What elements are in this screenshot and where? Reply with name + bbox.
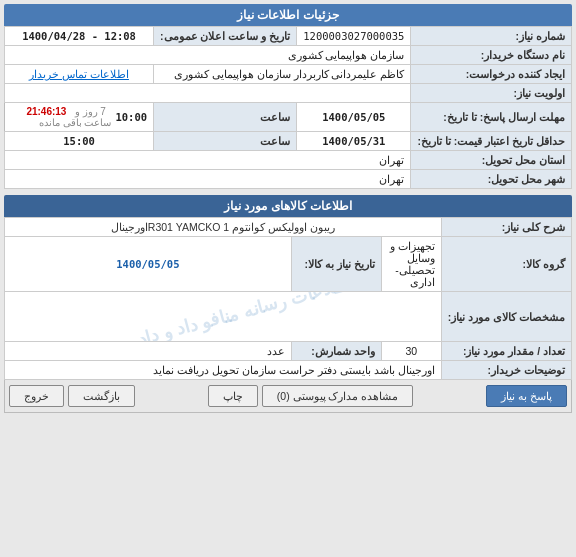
remaining-suffix: ساعت باقی مانده bbox=[39, 117, 112, 128]
main-container: جزئیات اطلاعات نیاز شماره نیاز: 12000030… bbox=[0, 0, 576, 417]
middle-buttons: مشاهده مدارک پیوستی (0) چاپ bbox=[208, 385, 414, 407]
table-row: استان محل تحویل: تهران bbox=[5, 151, 572, 170]
value-tarikh-elan: 1400/04/28 - 12:08 bbox=[5, 27, 154, 46]
back-button[interactable]: بازگشت bbox=[68, 385, 135, 407]
table-row: شرح کلی نیاز: ریبون اوولیکس کوانتوم R301… bbox=[5, 218, 572, 237]
value-ostan: تهران bbox=[5, 151, 411, 170]
table-row: تعداد / مقدار مورد نیاز: 30 واحد شمارش: … bbox=[5, 342, 572, 361]
table-row: نام دستگاه خریدار: سازمان هواپیمایی کشور… bbox=[5, 46, 572, 65]
remaining-time: 21:46:13 bbox=[26, 106, 66, 117]
label-moshakhasat: مشخصات کالای مورد نیاز: bbox=[441, 292, 571, 342]
label-sharh-koli: شرح کلی نیاز: bbox=[441, 218, 571, 237]
main-title: جزئیات اطلاعات نیاز bbox=[237, 8, 339, 22]
label-vahed: واحد شمارش: bbox=[291, 342, 381, 361]
days-value: 7 bbox=[100, 106, 106, 117]
table-row: گروه کالا: تجهیزات و وسایل تحصیلی-اداری … bbox=[5, 237, 572, 292]
value-shahr: تهران bbox=[5, 170, 411, 189]
table-row: حداقل تاریخ اعتبار قیمت: تا تاریخ: 1400/… bbox=[5, 132, 572, 151]
value-vahed: عدد bbox=[5, 342, 292, 361]
value-shenavar-niyaz: 1200003027000035 bbox=[297, 27, 411, 46]
table-row: شهر محل تحویل: تهران bbox=[5, 170, 572, 189]
value-goroh-kala: تجهیزات و وسایل تحصیلی-اداری bbox=[381, 237, 441, 292]
product-section-title: اطلاعات کالاهای مورد نیاز bbox=[224, 199, 352, 213]
value-mohlat-time: 10:00 bbox=[115, 111, 147, 123]
label-tedad: تعداد / مقدار مورد نیاز: bbox=[441, 342, 571, 361]
label-shenavar-niyaz: شماره نیاز: bbox=[411, 27, 572, 46]
value-sharh-koli: ریبون اوولیکس کوانتوم R301 YAMCKO 1اورجی… bbox=[5, 218, 442, 237]
watermark-cell: مرکز فناوری اطلاعات رسانه منافو داد و دا… bbox=[5, 292, 442, 342]
table-row: ایجاد کننده درخواست: کاظم علیمردانی کارب… bbox=[5, 65, 572, 84]
value-tozih: اورجینال باشد بایستی دفتر حراست سازمان ت… bbox=[5, 361, 442, 380]
view-docs-button[interactable]: مشاهده مدارک پیوستی (0) bbox=[262, 385, 414, 407]
table-row: توضیحات خریدار: اورجینال باشد بایستی دفت… bbox=[5, 361, 572, 380]
right-buttons: پاسخ به نیاز bbox=[486, 385, 567, 407]
deadline-days-label: 7 روز و 21:46:13 ساعت باقی مانده bbox=[11, 106, 111, 128]
label-ijad-konande: ایجاد کننده درخواست: bbox=[411, 65, 572, 84]
table-row: شماره نیاز: 1200003027000035 تاریخ و ساع… bbox=[5, 27, 572, 46]
watermark-text: مرکز فناوری اطلاعات رسانه منافو داد و دا… bbox=[5, 292, 442, 342]
label-nam-dastgah: نام دستگاه خریدار: bbox=[411, 46, 572, 65]
exit-button[interactable]: خروج bbox=[9, 385, 64, 407]
label-tarikh-elan: تاریخ و ساعت اعلان عمومی: bbox=[154, 27, 297, 46]
label-hedaqal-tarikh: حداقل تاریخ اعتبار قیمت: تا تاریخ: bbox=[411, 132, 572, 151]
label-saaat2: ساعت bbox=[154, 132, 297, 151]
label-ostan: استان محل تحویل: bbox=[411, 151, 572, 170]
days-label: روز و bbox=[75, 106, 98, 117]
label-tarikh-niyaz: تاریخ نیاز به کالا: bbox=[291, 237, 381, 292]
action-row: پاسخ به نیاز مشاهده مدارک پیوستی (0) چاپ… bbox=[4, 380, 572, 413]
left-buttons: بازگشت خروج bbox=[9, 385, 135, 407]
value-tarikh-niyaz: 1400/05/05 bbox=[5, 237, 292, 292]
value-hedaqal-time: 15:00 bbox=[5, 132, 154, 151]
label-tozih: توضیحات خریدار: bbox=[441, 361, 571, 380]
table-row: مشخصات کالای مورد نیاز: مرکز فناوری اطلا… bbox=[5, 292, 572, 342]
value-ijad-konande: کاظم علیمردانی کاربردار سازمان هواپیمایی… bbox=[154, 65, 411, 84]
value-mohlat-date: 1400/05/05 bbox=[297, 103, 411, 132]
table-row: مهلت ارسال پاسخ: تا تاریخ: 1400/05/05 سا… bbox=[5, 103, 572, 132]
label-goroh-kala: گروه کالا: bbox=[441, 237, 571, 292]
product-section-header: اطلاعات کالاهای مورد نیاز bbox=[4, 195, 572, 217]
value-olaviyyat bbox=[5, 84, 411, 103]
print-button[interactable]: چاپ bbox=[208, 385, 258, 407]
info-table: شماره نیاز: 1200003027000035 تاریخ و ساع… bbox=[4, 26, 572, 189]
main-section-header: جزئیات اطلاعات نیاز bbox=[4, 4, 572, 26]
product-table: شرح کلی نیاز: ریبون اوولیکس کوانتوم R301… bbox=[4, 217, 572, 380]
table-row: اولویت نیاز: bbox=[5, 84, 572, 103]
label-olaviyyat: اولویت نیاز: bbox=[411, 84, 572, 103]
label-saaat: ساعت bbox=[154, 103, 297, 132]
contact-info-link[interactable]: اطلاعات تماس خریدار bbox=[5, 65, 154, 84]
value-tedad: 30 bbox=[381, 342, 441, 361]
label-shahr: شهر محل تحویل: bbox=[411, 170, 572, 189]
reply-button[interactable]: پاسخ به نیاز bbox=[486, 385, 567, 407]
value-hedaqal-date: 1400/05/31 bbox=[297, 132, 411, 151]
label-mohlat-pasakh: مهلت ارسال پاسخ: تا تاریخ: bbox=[411, 103, 572, 132]
value-nam-dastgah: سازمان هواپیمایی کشوری bbox=[5, 46, 411, 65]
